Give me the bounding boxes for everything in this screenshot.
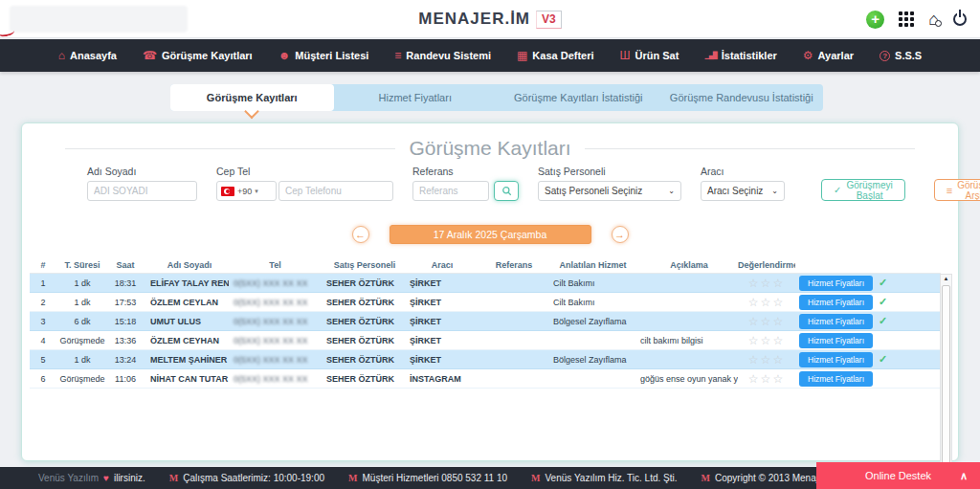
add-icon[interactable]	[866, 11, 884, 29]
service-prices-button[interactable]: Hizmet Fiyatları	[799, 333, 873, 348]
tab[interactable]: Görüşme Kayıtları	[170, 84, 334, 111]
footer-item-text: Müşteri Hizmetleri 0850 532 11 10	[362, 473, 507, 483]
call-duration: 1 dk	[56, 298, 108, 307]
table-scrollbar[interactable]: ▲ ▼	[940, 274, 952, 489]
heart-icon	[103, 473, 109, 483]
date-navigation: 17 Aralık 2025 Çarşamba	[22, 225, 958, 244]
country-code-select[interactable]: +90 ▾	[216, 181, 277, 201]
nav-item[interactable]: ? S.S.S	[880, 50, 922, 61]
country-code: +90	[237, 187, 252, 196]
appointments-icon: ≡	[394, 50, 401, 61]
current-date-button[interactable]: 17 Aralık 2025 Çarşamba	[390, 225, 591, 244]
rating-stars-icon[interactable]: ☆☆☆	[748, 335, 785, 346]
footer-item: Çalışma Saatlerimiz: 10:00-19:00	[169, 473, 324, 483]
call-records-table: # T. Süresi Saat Adı Soyadı Tel Satış Pe…	[30, 258, 941, 461]
customer-phone: 0(5XX) XXX XX XX	[229, 355, 317, 365]
agent-channel: ŞİRKET	[403, 298, 475, 307]
phone-icon: ☎	[143, 50, 157, 61]
footer-item: Müşteri Hizmetleri 0850 532 11 10	[348, 473, 507, 483]
nav-item[interactable]: ⌂ Anasayfa	[58, 50, 117, 61]
sales-person: SEHER ÖZTÜRK	[317, 278, 403, 288]
referans-label: Referans	[412, 166, 519, 177]
rating-stars-icon[interactable]: ☆☆☆	[748, 297, 785, 308]
check-icon	[879, 277, 887, 289]
customers-icon: ☻	[278, 50, 291, 61]
tab[interactable]: Hizmet Fiyatları	[334, 84, 498, 111]
agent-select[interactable]: Aracı Seçiniz ⌄	[701, 181, 785, 201]
nav-item-label: Ayarlar	[818, 50, 855, 61]
nav-item[interactable]: ≡ Randevu Sistemi	[394, 50, 491, 61]
rating-stars-icon[interactable]: ☆☆☆	[748, 373, 785, 385]
table-body: 1 1 dk 18:31 ELİFAY TALAY RENDE 0(5XX) X…	[30, 274, 941, 389]
search-icon	[501, 186, 512, 196]
column-header	[795, 258, 915, 273]
nav-item[interactable]: ☎ Görüşme Kayıtları	[143, 50, 253, 61]
call-duration: 1 dk	[56, 355, 108, 365]
rating-stars-icon[interactable]: ☆☆☆	[748, 354, 785, 366]
chevron-down-icon: ⌄	[771, 187, 778, 195]
customer-name: ÖZLEM CEYHAN	[143, 336, 229, 345]
tab[interactable]: Görüşme Randevusu İstatistiği	[660, 84, 824, 111]
nav-item[interactable]: ⚙ Ayarlar	[803, 50, 854, 61]
referans-input[interactable]	[412, 181, 489, 201]
name-field-group: Adı Soyadı	[87, 166, 197, 201]
nav-item[interactable]: ▁▄█ İstatistikler	[704, 50, 776, 61]
rating-stars-icon[interactable]: ☆☆☆	[748, 278, 785, 289]
footer-item: Venüs Yazılım Hiz. Tic. Ltd. Şti.	[531, 473, 677, 483]
referans-field-group: Referans	[412, 166, 519, 201]
service-prices-button[interactable]: Hizmet Fiyatları	[799, 295, 873, 310]
menajer-m-icon	[169, 473, 178, 483]
agent-label: Aracı	[701, 166, 785, 177]
note-text: göğüs ense oyun yanak yarım kol ...	[633, 374, 738, 384]
name-input[interactable]	[87, 181, 197, 201]
start-call-button[interactable]: Görüşmeyi Başlat	[821, 179, 905, 201]
customer-phone: 0(5XX) XXX XX XX	[229, 298, 317, 307]
statistics-icon: ▁▄█	[704, 50, 716, 61]
power-icon[interactable]	[953, 12, 967, 26]
call-time: 17:53	[108, 298, 143, 307]
table-row: 1 1 dk 18:31 ELİFAY TALAY RENDE 0(5XX) X…	[30, 274, 941, 293]
apps-grid-icon[interactable]	[899, 11, 914, 27]
nav-item[interactable]: ▦ Kasa Defteri	[517, 50, 594, 61]
search-button[interactable]	[494, 181, 519, 201]
service-prices-button[interactable]: Hizmet Fiyatları	[799, 371, 873, 387]
table-row: 6 Görüşmede 11:06 NİHAT CAN TUTAR 0(5XX)…	[30, 369, 941, 389]
scrollbar-thumb[interactable]	[942, 285, 950, 489]
nav-item-label: Müşteri Listesi	[295, 50, 368, 61]
column-header: Değerlendirme	[738, 258, 795, 273]
rating-stars-icon[interactable]: ☆☆☆	[748, 316, 785, 327]
service-prices-button[interactable]: Hizmet Fiyatları	[799, 352, 873, 367]
call-time: 13:36	[108, 336, 143, 345]
tab[interactable]: Görüşme Kayıtları İstatistiği	[497, 84, 660, 111]
settings-icon: ⚙	[803, 50, 813, 61]
scroll-up-icon[interactable]: ▲	[941, 276, 951, 281]
table-row: 5 1 dk 13:24 MELTEM ŞAHİNER 0(5XX) XXX X…	[30, 350, 941, 369]
previous-day-button[interactable]	[352, 226, 369, 243]
phone-input[interactable]	[278, 181, 393, 201]
table-row: 2 1 dk 17:53 ÖZLEM CEYLAN 0(5XX) XXX XX …	[30, 293, 941, 312]
note-text: cilt bakımı bilgisi	[633, 336, 738, 345]
home-search-icon[interactable]	[928, 11, 939, 28]
phone-label: Cep Tel	[216, 166, 393, 177]
next-day-button[interactable]	[612, 226, 629, 243]
service-prices-button[interactable]: Hizmet Fiyatları	[799, 276, 873, 291]
tab-strip: Görüşme Kayıtları Hizmet Fiyatları Görüş…	[170, 84, 823, 111]
nav-item[interactable]: ☻ Müşteri Listesi	[278, 50, 369, 61]
check-icon	[879, 353, 887, 366]
table-row: 3 6 dk 15:18 UMUT ULUS 0(5XX) XXX XX XX …	[30, 312, 941, 331]
sales-person-select[interactable]: Satış Personeli Seçiniz ⌄	[538, 181, 681, 201]
agent-channel: ŞİRKET	[403, 355, 475, 365]
tab-label: Görüşme Kayıtları İstatistiği	[514, 92, 643, 103]
topbar-actions	[866, 0, 967, 38]
customer-phone: 0(5XX) XXX XX XX	[229, 278, 317, 288]
call-duration: 1 dk	[56, 278, 108, 288]
service-prices-button[interactable]: Hizmet Fiyatları	[799, 314, 873, 329]
online-support-button[interactable]: Online Destek	[816, 462, 980, 489]
call-archive-button[interactable]: Görüşme Arşivi	[934, 179, 980, 201]
menajer-m-icon	[702, 473, 710, 483]
service-offered: Cilt Bakımı	[546, 298, 633, 307]
table-header-row: # T. Süresi Saat Adı Soyadı Tel Satış Pe…	[30, 258, 941, 274]
divider	[65, 148, 395, 149]
nav-item[interactable]: Ш Ürün Sat	[620, 50, 679, 61]
footer-item-text: Çalışma Saatlerimiz: 10:00-19:00	[183, 473, 324, 483]
